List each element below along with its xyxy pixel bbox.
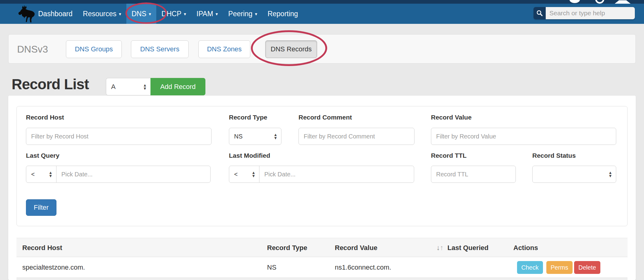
nav-item-resources[interactable]: Resources▾: [78, 4, 126, 24]
nav-item-dns[interactable]: DNS▾: [126, 4, 156, 24]
last-modified-date-input[interactable]: [259, 166, 414, 183]
last-query-operator-select[interactable]: < ▲ ▼: [26, 166, 56, 183]
tab-dns-records[interactable]: DNS Records: [265, 40, 317, 58]
stepper-down-icon: ▼: [251, 174, 255, 178]
help-icon-partial: [595, 0, 604, 4]
stepper-down-icon: ▼: [49, 174, 52, 178]
user-avatar-icon-partial: [615, 0, 631, 4]
header-record-value: Record Value: [335, 238, 377, 257]
sort-icons[interactable]: ↓↑: [436, 238, 443, 257]
tab-dns-zones[interactable]: DNS Zones: [198, 40, 250, 58]
dns-subnav-panel: DNSv3 DNS Groups DNS Servers DNS Zones D…: [8, 34, 636, 64]
check-button[interactable]: Check: [517, 261, 543, 274]
chevron-down-icon: ▾: [255, 4, 257, 24]
nav-label: DNS: [132, 10, 147, 18]
record-status-label: Record Status: [532, 152, 576, 159]
record-ttl-input[interactable]: [431, 166, 516, 183]
record-value-input[interactable]: [431, 128, 616, 145]
nav-label: Dashboard: [38, 10, 73, 18]
chevron-down-icon: ▾: [119, 4, 121, 24]
chevron-down-icon: ▾: [184, 4, 186, 24]
nav-item-dashboard[interactable]: Dashboard: [33, 4, 78, 24]
select-value: <: [234, 171, 238, 178]
record-comment-label: Record Comment: [298, 114, 352, 121]
add-record-button[interactable]: Add Record: [150, 78, 205, 95]
sort-ascending-icon: ↑: [440, 244, 444, 252]
filter-submit-button[interactable]: Filter: [26, 199, 56, 216]
record-host-input[interactable]: [26, 128, 212, 145]
next-table-row-partial: [16, 278, 628, 280]
last-query-date-input[interactable]: [56, 166, 211, 183]
nav-item-peering[interactable]: Peering▾: [223, 4, 262, 24]
row-record-type: NS: [267, 257, 277, 278]
table-row: specialtestzone.com. NS ns1.6connect.com…: [16, 257, 628, 278]
nav-item-ipam[interactable]: IPAM▾: [191, 4, 223, 24]
nav-item-dhcp[interactable]: DHCP▾: [156, 4, 191, 24]
nav-label: IPAM: [197, 10, 213, 18]
chevron-down-icon: ▾: [149, 4, 151, 24]
record-host-label: Record Host: [26, 114, 64, 121]
record-comment-input[interactable]: [298, 128, 414, 145]
nav-label: DHCP: [161, 10, 181, 18]
select-stepper-icon: ▲ ▼: [273, 133, 277, 140]
nav-menu: Dashboard Resources▾ DNS▾ DHCP▾ IPAM▾ Pe…: [33, 4, 303, 24]
nav-label: Resources: [83, 10, 117, 18]
nav-label: Reporting: [268, 10, 298, 18]
sort-descending-icon: ↓: [436, 244, 440, 252]
top-window-strip: [0, 0, 644, 4]
record-ttl-label: Record TTL: [431, 152, 467, 159]
select-value: NS: [234, 133, 243, 140]
select-stepper-icon: ▲ ▼: [251, 171, 255, 178]
header-record-host: Record Host: [22, 238, 62, 257]
delete-button[interactable]: Delete: [574, 261, 600, 274]
last-modified-label: Last Modified: [229, 152, 270, 159]
nav-label: Peering: [228, 10, 252, 18]
select-stepper-icon: ▲ ▼: [608, 171, 612, 178]
select-stepper-icon: ▲ ▼: [49, 171, 52, 178]
record-value-label: Record Value: [431, 114, 472, 121]
header-record-type: Record Type: [267, 238, 307, 257]
subnav-title: DNSv3: [17, 35, 48, 64]
select-stepper-icon: ▲ ▼: [143, 83, 147, 90]
record-status-select[interactable]: ▲ ▼: [532, 166, 616, 183]
tab-dns-groups[interactable]: DNS Groups: [66, 40, 122, 58]
tab-dns-servers[interactable]: DNS Servers: [131, 40, 189, 58]
main-navbar: Dashboard Resources▾ DNS▾ DHCP▾ IPAM▾ Pe…: [0, 4, 644, 24]
chevron-down-icon: ▾: [215, 4, 218, 24]
search-input[interactable]: [546, 7, 635, 19]
notification-icon-partial: [570, 0, 580, 3]
header-actions: Actions: [513, 238, 538, 257]
global-search: [534, 7, 635, 19]
row-record-host: specialtestzone.com.: [22, 257, 85, 278]
last-modified-operator-select[interactable]: < ▲ ▼: [229, 166, 259, 183]
record-type-select[interactable]: NS ▲ ▼: [229, 128, 281, 145]
row-record-value: ns1.6connect.com.: [335, 257, 391, 278]
stepper-down-icon: ▼: [273, 136, 277, 140]
stepper-down-icon: ▼: [143, 87, 147, 90]
page-title: Record List: [12, 76, 89, 93]
select-value: A: [111, 83, 116, 91]
record-type-add-select[interactable]: A ▲ ▼: [106, 78, 150, 95]
header-last-queried[interactable]: Last Queried: [447, 238, 488, 257]
record-type-label: Record Type: [229, 114, 267, 121]
search-icon: [534, 7, 546, 19]
stepper-down-icon: ▼: [608, 174, 612, 178]
select-value: <: [31, 171, 35, 178]
perms-button[interactable]: Perms: [546, 261, 573, 274]
table-header-row: Record Host Record Type Record Value ↓↑ …: [16, 238, 628, 257]
last-query-label: Last Query: [26, 152, 60, 159]
nav-item-reporting[interactable]: Reporting: [262, 4, 303, 24]
